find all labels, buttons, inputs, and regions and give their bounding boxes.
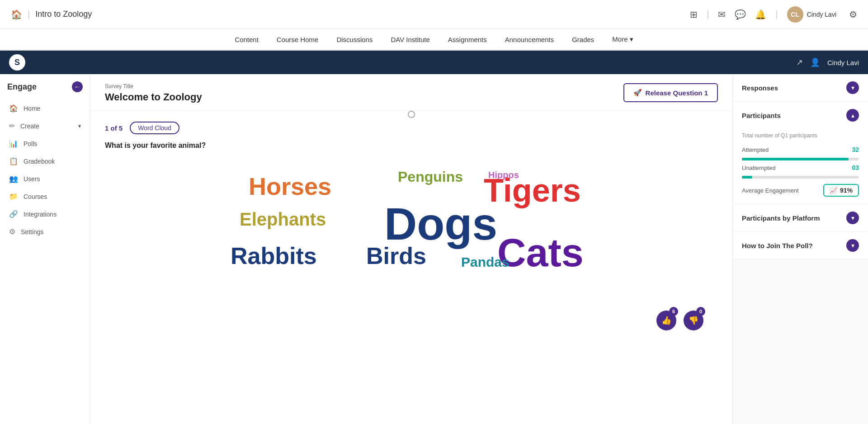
- chat-icon[interactable]: 💬: [735, 9, 746, 20]
- sidebar-item-home[interactable]: 🏠 Home: [0, 99, 90, 117]
- word-rabbits: Rabbits: [231, 244, 317, 268]
- nav-content[interactable]: Content: [226, 28, 268, 50]
- platform-header[interactable]: Participants by Platform ▾: [733, 204, 868, 231]
- engagement-row: Average Engagement 📈 91%: [742, 184, 859, 197]
- nav-course-home[interactable]: Course Home: [268, 28, 328, 50]
- user-circle-icon[interactable]: 👤: [810, 57, 820, 67]
- thumbs-down-icon: 👎: [689, 316, 698, 325]
- sidebar-header: Engage ←: [0, 74, 90, 96]
- join-toggle[interactable]: ▾: [846, 239, 859, 252]
- settings-icon[interactable]: ⚙: [849, 9, 857, 20]
- engagement-badge: 📈 91%: [823, 184, 859, 197]
- sidebar-item-courses[interactable]: 📁 Courses: [0, 188, 90, 205]
- word-tigers: Tigers: [484, 174, 581, 207]
- nav-grades[interactable]: Grades: [563, 28, 603, 50]
- username-label: Cindy Lavi: [807, 11, 836, 18]
- like-button[interactable]: 👍: [656, 311, 676, 330]
- top-bar: 🏠 | Intro to Zoology ⊞ | ✉ 💬 🔔 | CL Cind…: [0, 0, 868, 29]
- sidebar-label-integrations: Integrations: [24, 211, 57, 218]
- polls-icon: 📊: [9, 139, 18, 148]
- sidebar-item-users[interactable]: 👥 Users: [0, 170, 90, 188]
- top-bar-icons: ⊞ | ✉ 💬 🔔 | CL Cindy Lavi ⚙: [690, 6, 857, 23]
- content-area: Survey Title Welcome to Zoology 🚀 Releas…: [90, 74, 732, 424]
- trend-up-icon: 📈: [830, 187, 837, 194]
- icon-sep1: |: [707, 9, 709, 19]
- participants-toggle[interactable]: ▴: [846, 109, 859, 122]
- sidebar-label-gradebook: Gradebook: [24, 158, 55, 165]
- external-link-icon[interactable]: ↗: [796, 57, 803, 67]
- release-question-button[interactable]: 🚀 Release Question 1: [623, 83, 718, 102]
- nav-discussions[interactable]: Discussions: [327, 28, 382, 50]
- responses-toggle[interactable]: ▾: [846, 81, 859, 94]
- word-penguins: Penguins: [398, 170, 463, 184]
- nav-more[interactable]: More ▾: [603, 28, 642, 50]
- survey-header: Survey Title Welcome to Zoology 🚀 Releas…: [90, 74, 732, 111]
- participants-title: Participants: [742, 112, 781, 119]
- sidebar-item-polls[interactable]: 📊 Polls: [0, 135, 90, 152]
- home-icon[interactable]: 🏠: [11, 9, 22, 20]
- responses-title: Responses: [742, 84, 778, 92]
- survey-title-block: Survey Title Welcome to Zoology: [105, 83, 202, 103]
- question-text: What is your favorite animal?: [105, 141, 718, 150]
- grid-icon[interactable]: ⊞: [690, 9, 698, 20]
- courses-icon: 📁: [9, 192, 18, 201]
- engagement-value: 91%: [840, 187, 853, 194]
- survey-panel: Survey Title Welcome to Zoology 🚀 Releas…: [90, 74, 732, 424]
- create-icon: ✏: [9, 122, 15, 130]
- join-title: How to Join The Poll?: [742, 242, 813, 250]
- survey-title-label: Survey Title: [105, 83, 202, 90]
- sidebar-item-settings[interactable]: ⚙ Settings: [0, 223, 90, 240]
- dislike-button[interactable]: 👎: [684, 311, 703, 330]
- responses-header[interactable]: Responses ▾: [733, 74, 868, 101]
- word-horses: Horses: [249, 174, 331, 198]
- sidebar-nav: 🏠 Home ✏ Create ▾ 📊 Polls 📋 Gradebook 👥 …: [0, 96, 90, 244]
- join-header[interactable]: How to Join The Poll? ▾: [733, 232, 868, 259]
- sidebar-item-integrations[interactable]: 🔗 Integrations: [0, 205, 90, 223]
- course-title: Intro to Zoology: [35, 9, 690, 19]
- sidebar-collapse-button[interactable]: ←: [72, 81, 83, 92]
- join-section: How to Join The Poll? ▾: [733, 232, 868, 259]
- participants-header[interactable]: Participants ▴: [733, 102, 868, 129]
- nav-assignments[interactable]: Assignments: [439, 28, 496, 50]
- nav-announcements[interactable]: Announcements: [496, 28, 563, 50]
- unattempted-value: 03: [852, 164, 859, 171]
- sidebar-label-create: Create: [20, 122, 39, 130]
- sidebar-title: Engage: [7, 82, 37, 92]
- sidebar-label-settings: Settings: [21, 228, 44, 236]
- separator: |: [28, 9, 30, 19]
- word-elephants: Elephants: [240, 210, 326, 228]
- participants-content: Total number of Q1 participants Attempte…: [733, 129, 868, 204]
- word-birds: Birds: [366, 244, 426, 268]
- attempted-fill: [742, 158, 849, 160]
- avatar: CL: [787, 6, 803, 23]
- user-menu[interactable]: CL Cindy Lavi: [787, 6, 836, 23]
- mail-icon[interactable]: ✉: [718, 9, 726, 20]
- question-meta: 1 of 5 Word Cloud: [105, 122, 718, 134]
- sidebar-label-courses: Courses: [24, 193, 47, 200]
- question-area: 1 of 5 Word Cloud What is your favorite …: [90, 111, 732, 347]
- word-cats: Cats: [497, 233, 584, 273]
- survey-title: Welcome to Zoology: [105, 91, 202, 103]
- word-dogs: Dogs: [384, 201, 497, 246]
- word-pandas: Pandas: [461, 255, 509, 269]
- participants-desc: Total number of Q1 participants: [742, 132, 859, 139]
- participants-section: Participants ▴ Total number of Q1 partic…: [733, 102, 868, 204]
- platform-toggle[interactable]: ▾: [846, 212, 859, 224]
- right-sidebar: Responses ▾ Participants ▴ Total number …: [732, 74, 868, 424]
- bell-icon[interactable]: 🔔: [755, 9, 766, 20]
- sidebar-label-users: Users: [24, 175, 40, 183]
- word-cloud-inner: HorsesPenguinsHipposTigersElephantsDogsC…: [226, 165, 597, 301]
- attempted-row: Attempted 32: [742, 146, 859, 153]
- home-icon: 🏠: [9, 104, 18, 113]
- engagement-label: Average Engagement: [742, 187, 799, 194]
- nav-dav-institute[interactable]: DAV Institute: [382, 28, 439, 50]
- release-btn-label: Release Question 1: [646, 89, 708, 97]
- attempted-value: 32: [852, 146, 859, 153]
- unattempted-row: Unattempted 03: [742, 164, 859, 171]
- rocket-icon: 🚀: [633, 89, 642, 97]
- sidebar-item-create[interactable]: ✏ Create ▾: [0, 117, 90, 135]
- sidebar-item-gradebook[interactable]: 📋 Gradebook: [0, 152, 90, 170]
- word-cloud-badge: Word Cloud: [130, 122, 179, 134]
- integrations-icon: 🔗: [9, 210, 18, 218]
- unattempted-progress-bar: [742, 176, 859, 179]
